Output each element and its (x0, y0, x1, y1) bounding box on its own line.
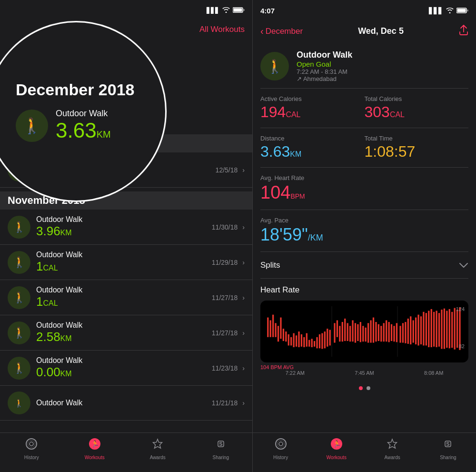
svg-rect-66 (399, 326, 401, 342)
workout-date-area: 12/5/18 › (216, 166, 245, 174)
avg-heart-rate-number: 104 (260, 182, 290, 203)
svg-rect-86 (451, 312, 453, 348)
svg-rect-28 (298, 331, 299, 347)
back-label: December (266, 27, 303, 36)
svg-rect-65 (396, 323, 397, 342)
workout-value-4: 1CAL (36, 294, 212, 309)
svg-rect-42 (337, 320, 338, 337)
svg-rect-53 (365, 328, 367, 341)
left-tab-bar: History 🏃 Workouts Awards (0, 432, 252, 472)
walk-icon-3: 🚶 (13, 256, 26, 269)
svg-rect-55 (370, 320, 371, 342)
workout-item-nov27a[interactable]: 🚶 Outdoor Walk 1CAL 11/27/18 › (0, 280, 252, 315)
avg-heart-rate-value-row: 104 BPM (260, 182, 468, 203)
share-button[interactable] (459, 25, 468, 38)
workout-date-area-7: 11/21/18 › (212, 399, 245, 407)
workout-date-6: 11/23/18 (212, 364, 238, 372)
chart-time-1: 7:22 AM (286, 370, 305, 376)
workout-info-4: Outdoor Walk 1CAL (36, 286, 212, 309)
walk-icon-2: 🚶 (13, 221, 26, 233)
workout-date-3: 11/29/18 (212, 259, 238, 266)
right-tab-history[interactable]: History (253, 438, 308, 460)
left-tab-awards[interactable]: Awards (126, 438, 189, 460)
workout-date-area-2: 11/30/18 › (212, 223, 245, 231)
heart-rate-chart-svg (266, 306, 463, 357)
battery-icon-right (456, 8, 468, 13)
right-tab-workouts[interactable]: 🏃 Workouts (308, 438, 364, 460)
open-goal: Open Goal (297, 60, 352, 68)
workout-type-5: Outdoor Walk (36, 321, 212, 330)
total-calories-cell: Total Calories 303 CAL (365, 89, 469, 128)
svg-rect-44 (342, 322, 343, 341)
active-calories-label: Active Calories (260, 95, 365, 102)
left-tab-workouts[interactable]: 🏃 Workouts (63, 438, 127, 460)
left-tab-history[interactable]: History (0, 438, 63, 460)
svg-text:🏃: 🏃 (332, 440, 341, 448)
right-tab-sharing[interactable]: S Sharing (420, 438, 476, 460)
svg-point-92 (277, 441, 284, 448)
svg-rect-71 (413, 320, 414, 342)
svg-point-4 (30, 442, 33, 446)
detail-content[interactable]: 🚶 Outdoor Walk Open Goal 7:22 AM - 8:31 … (253, 42, 476, 432)
workout-date: 12/5/18 (216, 166, 238, 174)
avg-pace-value-row: 18'59"/KM (260, 225, 468, 245)
workout-date-4: 11/27/18 (212, 294, 238, 301)
heart-rate-chart: 124 82 (260, 301, 468, 362)
chevron-right-icon-4: › (242, 294, 245, 301)
walk-icon-4: 🚶 (13, 291, 26, 304)
svg-rect-48 (352, 320, 353, 341)
workout-header-info: Outdoor Walk Open Goal 7:22 AM - 8:31 AM… (297, 50, 352, 82)
right-sharing-icon: S (442, 438, 454, 453)
chevron-right-icon-7: › (242, 399, 245, 407)
all-workouts-button[interactable]: All Workouts (199, 25, 245, 34)
svg-rect-77 (428, 311, 429, 347)
workout-value-5: 2.58KM (36, 330, 212, 344)
workout-value-3: 1CAL (36, 259, 212, 274)
splits-row[interactable]: Splits (260, 252, 468, 279)
svg-rect-1 (243, 9, 245, 11)
svg-rect-2 (234, 8, 242, 11)
svg-rect-59 (380, 326, 382, 341)
workout-item-nov29[interactable]: 🚶 Outdoor Walk 1CAL 11/29/18 › (0, 245, 252, 280)
svg-rect-16 (267, 318, 268, 337)
svg-rect-85 (449, 309, 450, 348)
svg-rect-47 (349, 326, 351, 341)
workout-value-2: 3.96KM (36, 224, 212, 239)
right-tab-awards[interactable]: Awards (365, 438, 420, 460)
workout-item-nov27b[interactable]: 🚶 Outdoor Walk 2.58KM 11/27/18 › (0, 315, 252, 351)
workout-item-nov21[interactable]: 🚶 Outdoor Walk 11/21/18 › (0, 386, 252, 421)
svg-rect-33 (311, 339, 313, 347)
svg-rect-84 (446, 311, 447, 348)
workout-date-area-4: 11/27/18 › (212, 294, 245, 301)
svg-rect-64 (393, 326, 395, 341)
left-tab-sharing[interactable]: S Sharing (189, 438, 253, 460)
workout-item-nov23[interactable]: 🚶 Outdoor Walk 0.00KM 11/23/18 › (0, 351, 252, 386)
svg-rect-69 (407, 319, 409, 344)
total-time-label: Total Time (365, 135, 469, 142)
left-status-bar: ▋▋▋ (0, 0, 252, 21)
workout-item-nov30[interactable]: 🚶 Outdoor Walk 3.96KM 11/30/18 › (0, 210, 252, 245)
svg-rect-51 (360, 322, 361, 342)
svg-rect-24 (288, 334, 289, 346)
svg-rect-74 (420, 316, 422, 344)
right-history-icon (275, 438, 287, 453)
active-calories-cell: Active Calories 194 CAL (260, 89, 365, 128)
distance-number: 3.63 (260, 143, 290, 161)
left-tab-workouts-label: Workouts (85, 455, 105, 460)
workout-date-7: 11/21/18 (212, 399, 238, 407)
history-icon (25, 438, 38, 453)
svg-rect-67 (402, 323, 404, 342)
right-tab-sharing-label: Sharing (440, 455, 456, 460)
page-dot-1 (359, 386, 363, 390)
back-button[interactable]: ‹ December (260, 26, 303, 37)
chevron-right-icon-3: › (242, 259, 245, 266)
avg-heart-rate-cell: Avg. Heart Rate 104 BPM (260, 168, 468, 210)
stats-grid: Active Calories 194 CAL Total Calories 3… (260, 89, 468, 168)
svg-rect-76 (426, 313, 427, 345)
right-tab-bar: History 🏃 Workouts Awards (253, 432, 476, 472)
total-calories-label: Total Calories (365, 95, 469, 102)
svg-rect-52 (362, 326, 364, 341)
magnifier-month: December 2018 (16, 80, 135, 99)
status-icons-right: ▋▋▋ (429, 7, 468, 14)
active-calories-value-row: 194 CAL (260, 103, 365, 121)
